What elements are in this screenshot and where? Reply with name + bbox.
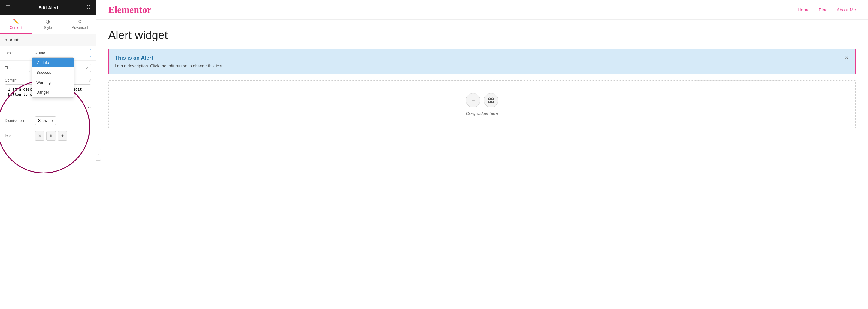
svg-rect-1 (492, 98, 493, 100)
type-dropdown-container: ✓ Info ✓ Info Success Warning Danger (32, 49, 91, 57)
nav-links: Home Blog About Me (798, 7, 856, 12)
main-header: Elementor Home Blog About Me (96, 0, 868, 20)
top-bar: ☰ Edit Alert ⠿ (0, 0, 96, 15)
alert-close-button[interactable]: × (844, 55, 849, 61)
dropdown-item-info-label: Info (43, 60, 49, 65)
left-panel: ☰ Edit Alert ⠿ ✏️ Content ◑ Style ⚙ Adva… (0, 0, 96, 309)
dropdown-item-warning[interactable]: Warning (32, 77, 73, 87)
icon-btn-close[interactable]: ✕ (35, 131, 44, 141)
tab-style[interactable]: ◑ Style (32, 15, 64, 34)
advanced-tab-label: Advanced (72, 26, 88, 30)
alert-widget: This is an Alert I am a description. Cli… (108, 49, 856, 74)
dropdown-item-danger[interactable]: Danger (32, 87, 73, 97)
section-title: Alert (10, 37, 19, 42)
dropdown-item-info[interactable]: ✓ Info (32, 58, 73, 68)
nav-blog[interactable]: Blog (819, 7, 828, 12)
drag-widget-text: Drag widget here (466, 111, 498, 116)
tabs-row: ✏️ Content ◑ Style ⚙ Advanced (0, 15, 96, 34)
type-field-row: Type ✓ Info ✓ Info Success Warning (0, 46, 96, 61)
content-label: Content (5, 78, 18, 82)
icon-btn-upload[interactable]: ⬆ (46, 131, 56, 141)
dropdown-item-warning-label: Warning (36, 80, 51, 84)
brand-logo: Elementor (108, 4, 151, 15)
tab-advanced[interactable]: ⚙ Advanced (64, 15, 96, 34)
style-tab-label: Style (44, 26, 52, 30)
panel-content: ▼ Alert Type ✓ Info ✓ Info Success (0, 34, 96, 309)
alert-description: I am a description. Click the edit butto… (115, 64, 841, 68)
svg-rect-0 (489, 98, 491, 100)
dismiss-row: Dismiss Icon Show Hide (0, 113, 96, 128)
dropdown-item-success[interactable]: Success (32, 68, 73, 77)
advanced-tab-icon: ⚙ (78, 19, 82, 24)
type-dropdown-menu: ✓ Info Success Warning Danger (32, 57, 74, 98)
grid-icon[interactable]: ⠿ (87, 4, 90, 11)
section-collapse-arrow[interactable]: ▼ (5, 38, 8, 41)
icon-row: Icon ✕ ⬆ ★ (0, 128, 96, 144)
content-expand-icon[interactable]: ⤢ (88, 79, 91, 82)
type-label: Type (5, 51, 29, 55)
svg-rect-3 (492, 101, 493, 103)
nav-about[interactable]: About Me (837, 7, 856, 12)
check-icon: ✓ (36, 60, 40, 65)
dismiss-select-wrapper: Show Hide (35, 116, 56, 125)
tab-content[interactable]: ✏️ Content (0, 15, 32, 34)
expand-icon[interactable]: ⤢ (86, 66, 89, 70)
svg-rect-2 (489, 101, 491, 103)
type-dropdown-trigger[interactable]: ✓ Info (32, 49, 91, 57)
collapse-panel-button[interactable]: ‹ (95, 148, 101, 161)
title-label: Title (5, 66, 29, 70)
alert-content: This is an Alert I am a description. Cli… (115, 55, 841, 68)
icon-buttons: ✕ ⬆ ★ (35, 131, 67, 141)
drag-buttons: + (466, 93, 498, 107)
content-tab-icon: ✏️ (13, 19, 19, 24)
page-title: Alert widget (108, 29, 856, 42)
dropdown-item-success-label: Success (36, 70, 51, 75)
style-tab-icon: ◑ (45, 19, 50, 24)
alert-section-header: ▼ Alert (0, 34, 96, 46)
dropdown-item-danger-label: Danger (36, 90, 49, 95)
nav-home[interactable]: Home (798, 7, 810, 12)
alert-title: This is an Alert (115, 55, 841, 61)
panel-title: Edit Alert (38, 5, 58, 10)
type-selected-value: ✓ Info (35, 51, 45, 55)
hamburger-icon[interactable]: ☰ (5, 4, 10, 11)
dismiss-select[interactable]: Show Hide (35, 116, 56, 125)
add-widget-button[interactable]: + (466, 93, 480, 107)
drag-widget-area[interactable]: + Drag widget here (108, 80, 856, 128)
dismiss-label: Dismiss Icon (5, 118, 35, 123)
content-tab-label: Content (10, 26, 22, 30)
icon-label: Icon (5, 134, 35, 138)
main-body: Alert widget This is an Alert I am a des… (96, 20, 868, 309)
icon-btn-star[interactable]: ★ (58, 131, 67, 141)
main-area: Elementor Home Blog About Me Alert widge… (96, 0, 868, 309)
add-template-button[interactable] (484, 93, 498, 107)
